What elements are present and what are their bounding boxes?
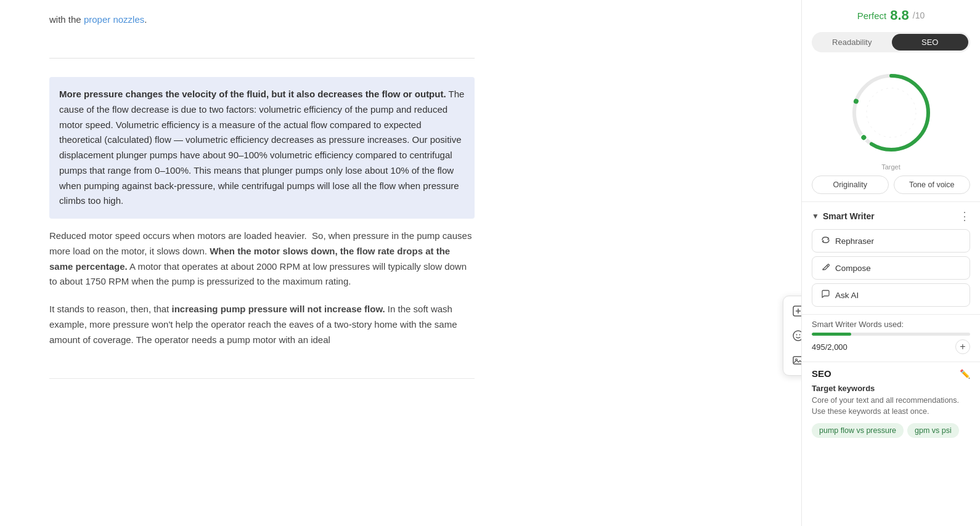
image-button[interactable] bbox=[787, 349, 801, 371]
score-header: Perfect 8.8 /10 bbox=[802, 0, 980, 27]
words-count-row: 495/2,000 + bbox=[812, 339, 970, 354]
smart-writer-label: Smart Writer bbox=[823, 211, 875, 221]
words-add-button[interactable]: + bbox=[955, 339, 970, 354]
rephraser-icon bbox=[821, 235, 830, 246]
score-label: Perfect bbox=[857, 10, 887, 21]
seo-edit-icon[interactable]: ✏️ bbox=[960, 369, 970, 379]
gauge-target-label: Target bbox=[881, 163, 900, 171]
rephraser-label: Rephraser bbox=[835, 237, 874, 246]
compose-icon bbox=[821, 262, 830, 273]
seo-title: SEO bbox=[812, 368, 831, 379]
svg-point-12 bbox=[867, 88, 916, 137]
words-used-label: Smart Writer Words used: bbox=[812, 320, 970, 329]
tone-of-voice-button[interactable]: Tone of voice bbox=[894, 176, 971, 194]
add-content-button[interactable] bbox=[787, 300, 801, 322]
more-options-icon[interactable]: ⋮ bbox=[959, 209, 970, 223]
ask-ai-button[interactable]: Ask AI bbox=[812, 283, 970, 307]
chevron-down-icon: ▼ bbox=[812, 212, 819, 221]
gauge-svg bbox=[842, 63, 941, 162]
target-keywords-label: Target keywords bbox=[812, 384, 970, 393]
emoji-button[interactable] bbox=[787, 325, 801, 347]
ask-ai-icon bbox=[821, 289, 830, 301]
tab-seo[interactable]: SEO bbox=[892, 34, 969, 51]
rephraser-button[interactable]: Rephraser bbox=[812, 229, 970, 253]
keywords-chips: pump flow vs pressure gpm vs psi bbox=[812, 423, 970, 438]
smart-writer-title-row[interactable]: ▼ Smart Writer bbox=[812, 211, 875, 221]
seo-header-row: SEO ✏️ bbox=[812, 368, 970, 379]
main-content: with the proper nozzles. More pressure c… bbox=[0, 0, 801, 526]
svg-line-13 bbox=[827, 265, 828, 267]
intro-section: with the proper nozzles. bbox=[49, 0, 475, 59]
svg-point-5 bbox=[799, 334, 801, 336]
words-used-section: Smart Writer Words used: 495/2,000 + bbox=[802, 315, 980, 362]
seo-section: SEO ✏️ Target keywords Core of your text… bbox=[802, 362, 980, 444]
svg-point-3 bbox=[793, 331, 801, 341]
score-value: 8.8 bbox=[890, 7, 909, 23]
target-keywords-desc: Core of your text and all recommendation… bbox=[812, 395, 970, 417]
originality-button[interactable]: Originality bbox=[812, 176, 889, 194]
highlighted-paragraph: More pressure changes the velocity of th… bbox=[59, 87, 465, 209]
highlighted-block: More pressure changes the velocity of th… bbox=[49, 77, 475, 219]
compose-button[interactable]: Compose bbox=[812, 256, 970, 280]
intro-link[interactable]: proper nozzles bbox=[84, 14, 144, 25]
right-panel: Perfect 8.8 /10 Readability SEO Target O… bbox=[801, 0, 980, 526]
words-progress-fill bbox=[812, 333, 851, 336]
gauge-container: Target bbox=[802, 57, 980, 173]
keyword-chip-2[interactable]: gpm vs psi bbox=[907, 423, 959, 438]
svg-point-4 bbox=[796, 334, 798, 336]
words-progress-bar bbox=[812, 333, 970, 336]
ask-ai-label: Ask AI bbox=[835, 291, 859, 300]
compose-label: Compose bbox=[835, 264, 871, 273]
smart-writer-header: ▼ Smart Writer ⋮ bbox=[802, 202, 980, 229]
intro-text: with the proper nozzles. bbox=[49, 0, 475, 39]
content-area: with the proper nozzles. More pressure c… bbox=[0, 0, 512, 526]
paragraph-2: Reduced motor speed occurs when motors a… bbox=[49, 229, 475, 289]
smart-writer-buttons: Rephraser Compose Ask AI bbox=[802, 229, 980, 314]
paragraph-3: It stands to reason, then, that increasi… bbox=[49, 302, 475, 347]
score-max: /10 bbox=[913, 10, 925, 20]
tab-switcher: Readability SEO bbox=[812, 32, 970, 52]
keyword-chip-1[interactable]: pump flow vs pressure bbox=[812, 423, 904, 438]
words-count: 495/2,000 bbox=[812, 342, 847, 352]
pills-row: Originality Tone of voice bbox=[802, 173, 980, 201]
tab-readability[interactable]: Readability bbox=[814, 34, 891, 51]
main-section: More pressure changes the velocity of th… bbox=[49, 59, 475, 379]
floating-toolbar bbox=[783, 296, 801, 376]
